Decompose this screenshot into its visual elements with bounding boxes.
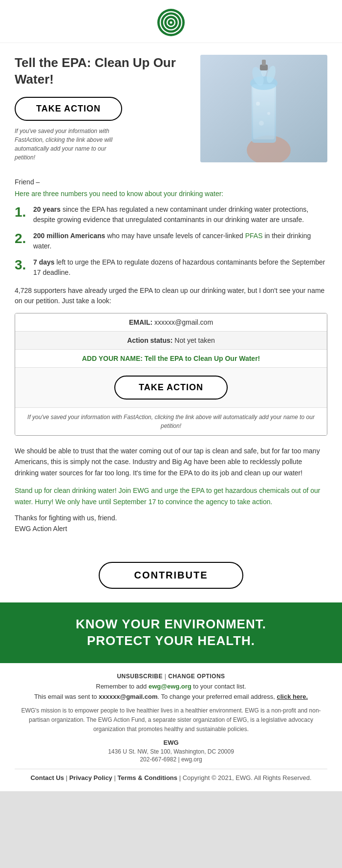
footer-add-email: ewg@ewg.org [149, 683, 193, 690]
body-para-2: Stand up for clean drinking water! Join … [15, 485, 327, 507]
green-banner-line2: PROTECT YOUR HEALTH. [10, 633, 332, 649]
email-value: xxxxxx@gmail.com [154, 318, 213, 326]
friend-greeting: Friend – [15, 178, 327, 186]
hero-section: Tell the EPA: Clean Up Our Water! TAKE A… [0, 43, 342, 170]
footer-click-here-link[interactable]: click here. [277, 693, 308, 700]
unsubscribe-link[interactable]: UNSUBSCRIBE [117, 673, 163, 680]
list-number-1: 1. [15, 205, 33, 219]
hero-take-action-button[interactable]: TAKE ACTION [15, 97, 122, 121]
green-banner: KNOW YOUR ENVIRONMENT. PROTECT YOUR HEAL… [0, 602, 342, 663]
svg-rect-14 [262, 60, 266, 66]
thanks-line: Thanks for fighting with us, friend. [15, 514, 327, 522]
petition-para: 4,728 supporters have already urged the … [15, 286, 327, 306]
hero-left: Tell the EPA: Clean Up Our Water! TAKE A… [15, 55, 200, 162]
action-status-label: Action status: [127, 336, 172, 344]
footer-sent-email: xxxxxx@gmail.com [99, 693, 157, 700]
intro-text: Here are three numbers you need to know … [15, 190, 327, 198]
action-status-value: Not yet taken [174, 336, 215, 344]
footer-unsubscribe-row: UNSUBSCRIBE | CHANGE OPTIONS [15, 673, 327, 680]
footer-add-prefix: Remember to add [96, 683, 147, 690]
footer-links-row: Contact Us | Privacy Policy | Terms & Co… [15, 769, 327, 781]
petition-action-row: TAKE ACTION [15, 368, 327, 408]
change-options-link[interactable]: CHANGE OPTIONS [168, 673, 225, 680]
svg-point-4 [170, 22, 172, 24]
list-text-3: 7 days left to urge the EPA to regulate … [33, 257, 327, 278]
footer-add-suffix: to your contact list. [193, 683, 246, 690]
list-item: 2. 200 million Americans who may have un… [15, 231, 327, 251]
ewg-logo-icon [157, 30, 185, 38]
main-content: Friend – Here are three numbers you need… [0, 170, 342, 550]
green-banner-line1: KNOW YOUR ENVIRONMENT. [10, 616, 332, 633]
svg-point-16 [267, 112, 270, 115]
body-para-1: We should be able to trust that the wate… [15, 445, 327, 478]
green-banner-text: KNOW YOUR ENVIRONMENT. PROTECT YOUR HEAL… [10, 616, 332, 649]
pfas-link[interactable]: PFAS [245, 232, 263, 240]
hero-note: If you've saved your information with Fa… [15, 127, 117, 162]
list-text-1: 20 years since the EPA has regulated a n… [33, 204, 327, 225]
status-row: Action status: Not yet taken [15, 332, 327, 350]
footer-sent-to: This email was sent to xxxxxx@gmail.com.… [15, 693, 327, 700]
list-number-3: 3. [15, 258, 33, 272]
privacy-policy-link[interactable]: Privacy Policy [69, 774, 112, 781]
contribute-button[interactable]: CONTRIBUTE [99, 562, 243, 589]
petition-box: EMAIL: xxxxxx@gmail.com Action status: N… [15, 313, 327, 436]
svg-point-17 [259, 121, 264, 126]
footer-mission: EWG's mission is to empower people to li… [15, 706, 327, 734]
petition-cta-row: ADD YOUR NAME: Tell the EPA to Clean Up … [15, 350, 327, 368]
header [0, 0, 342, 43]
email-row: EMAIL: xxxxxx@gmail.com [15, 313, 327, 332]
contribute-section: CONTRIBUTE [0, 550, 342, 602]
petition-cta-text: ADD YOUR NAME: Tell the EPA to Clean Up … [82, 355, 260, 362]
footer-click-here: click here. [277, 693, 308, 700]
water-image [200, 55, 327, 162]
footer-sent-prefix: This email was sent to [34, 693, 97, 700]
hero-title: Tell the EPA: Clean Up Our Water! [15, 55, 191, 88]
footer-copyright: Copyright © 2021, EWG. All Rights Reserv… [183, 774, 312, 781]
petition-take-action-button[interactable]: TAKE ACTION [114, 376, 228, 400]
change-options-label: CHANGE OPTIONS [168, 673, 225, 680]
petition-note-row: If you've saved your information with Fa… [15, 408, 327, 435]
svg-rect-8 [253, 86, 275, 139]
signature-line: EWG Action Alert [15, 525, 327, 533]
list-item: 3. 7 days left to urge the EPA to regula… [15, 257, 327, 278]
footer-address: 1436 U St. NW, Ste 100, Washington, DC 2… [15, 748, 327, 755]
list-number-2: 2. [15, 232, 33, 245]
footer-add-contact: Remember to add ewg@ewg.org to your cont… [15, 683, 327, 690]
footer-copyright-sep: | [179, 774, 183, 781]
terms-link[interactable]: Terms & Conditions [117, 774, 177, 781]
footer-phone: 202-667-6982 | ewg.org [15, 756, 327, 763]
svg-point-15 [256, 102, 260, 106]
footer-org-name: EWG [15, 739, 327, 746]
email-label: EMAIL: [129, 318, 152, 326]
footer-link-sep1: | [66, 774, 69, 781]
list-item: 1. 20 years since the EPA has regulated … [15, 204, 327, 225]
footer: UNSUBSCRIBE | CHANGE OPTIONS Remember to… [0, 663, 342, 792]
list-text-2: 200 million Americans who may have unsaf… [33, 231, 327, 251]
numbered-list: 1. 20 years since the EPA has regulated … [15, 204, 327, 278]
contact-us-link[interactable]: Contact Us [30, 774, 64, 781]
